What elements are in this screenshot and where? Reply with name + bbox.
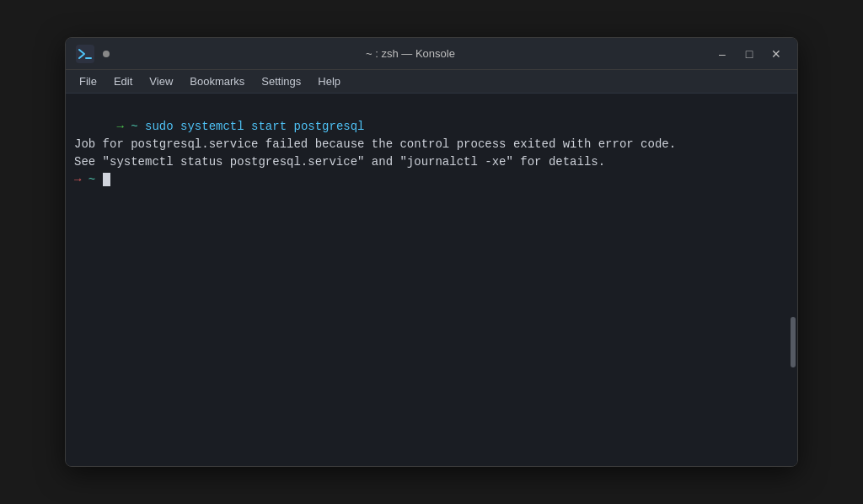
menu-edit[interactable]: Edit [107, 73, 139, 89]
close-button[interactable]: ✕ [765, 45, 787, 63]
terminal-content[interactable]: → ~ sudo systemctl start postgresql Job … [66, 94, 789, 466]
menu-help[interactable]: Help [311, 73, 347, 89]
terminal-body: → ~ sudo systemctl start postgresql Job … [66, 94, 797, 466]
titlebar: ~ : zsh — Konsole – □ ✕ [66, 38, 797, 70]
output-line-2: See "systemctl status postgresql.service… [74, 155, 605, 169]
titlebar-dot [103, 51, 110, 57]
output-line-1: Job for postgresql.service failed becaus… [74, 137, 676, 151]
maximize-button[interactable]: □ [738, 45, 760, 63]
command-text: sudo systemctl start postgresql [145, 120, 364, 133]
terminal-window: ~ : zsh — Konsole – □ ✕ File Edit View B… [65, 37, 798, 467]
minimize-button[interactable]: – [711, 45, 733, 63]
scrollbar-thumb[interactable] [791, 317, 796, 367]
titlebar-title: ~ : zsh — Konsole [118, 47, 703, 60]
scrollbar[interactable] [789, 94, 797, 466]
menu-settings[interactable]: Settings [255, 73, 308, 89]
prompt-tilde-1: ~ [131, 120, 137, 133]
terminal-cursor [103, 173, 110, 186]
menu-file[interactable]: File [72, 73, 104, 89]
menubar: File Edit View Bookmarks Settings Help [66, 70, 797, 94]
menu-view[interactable]: View [142, 73, 180, 89]
konsole-logo-icon [76, 45, 94, 63]
prompt-tilde-2: ~ [88, 173, 95, 186]
titlebar-controls: – □ ✕ [711, 45, 787, 63]
menu-bookmarks[interactable]: Bookmarks [183, 73, 251, 89]
prompt-arrow-1: → [116, 120, 123, 133]
